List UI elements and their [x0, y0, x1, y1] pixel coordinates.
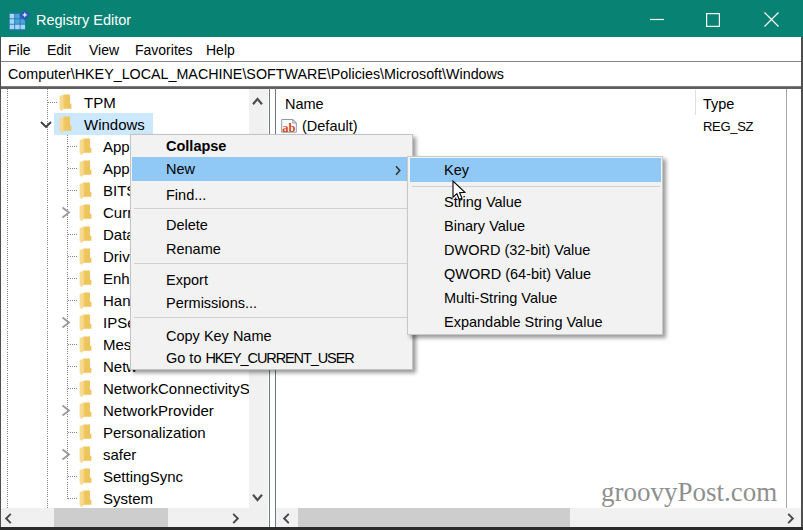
svg-text:ab: ab [282, 120, 295, 132]
